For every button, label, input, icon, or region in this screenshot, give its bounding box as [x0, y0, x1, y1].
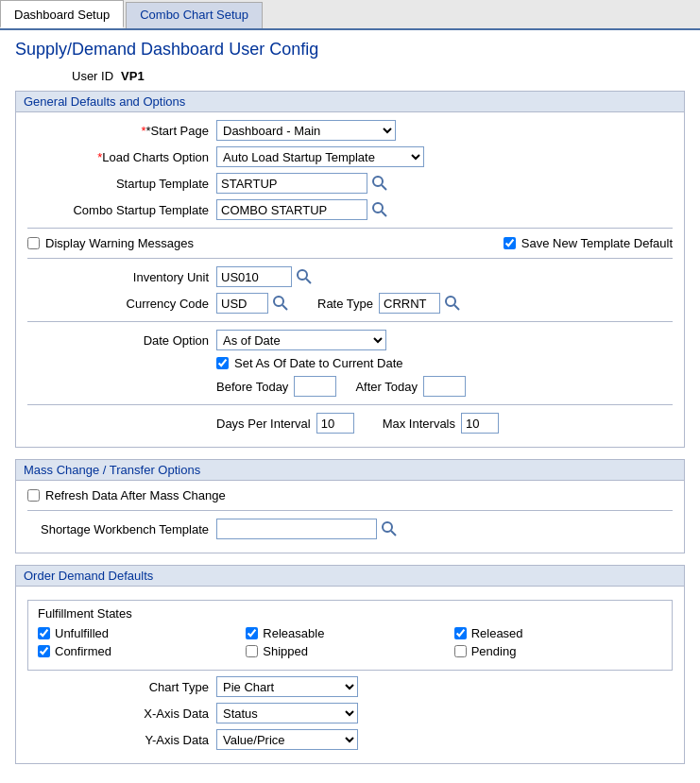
combo-startup-input[interactable]	[216, 199, 367, 220]
fulfillment-states-header: Fulfillment States	[38, 606, 662, 621]
y-axis-label: Y-Axis Data	[27, 733, 216, 747]
save-template-checkbox[interactable]	[504, 237, 516, 249]
before-after-today-row: Before Today After Today	[27, 376, 673, 397]
max-intervals-label: Max Intervals	[383, 417, 455, 431]
chart-type-select[interactable]: Pie Chart Bar Chart Line Chart	[216, 676, 358, 697]
cb-unfulfilled-label: Unfulfilled	[55, 626, 109, 640]
y-axis-select[interactable]: Value/Price Quantity Count	[216, 729, 358, 750]
currency-lookup-icon[interactable]	[272, 295, 289, 312]
after-today-input[interactable]	[423, 376, 466, 397]
max-intervals-input[interactable]	[461, 413, 499, 434]
x-axis-select[interactable]: Status Date Customer	[216, 703, 358, 723]
svg-line-7	[282, 305, 287, 310]
shortage-workbench-input[interactable]	[216, 519, 377, 539]
user-id-row: User ID VP1	[15, 69, 685, 83]
currency-rate-row: Currency Code Rate Type	[27, 293, 673, 314]
inventory-unit-control	[216, 266, 313, 287]
currency-code-label: Currency Code	[27, 297, 216, 311]
load-charts-control: Auto Load Startup Template Manual Load	[216, 146, 424, 167]
tab-bar: Dashboard Setup Combo Chart Setup	[0, 0, 700, 30]
svg-point-10	[383, 522, 392, 532]
svg-line-3	[382, 212, 386, 216]
cb-released-input[interactable]	[454, 627, 467, 639]
save-template-row: Save New Template Default	[504, 236, 673, 250]
tab-combo-chart-setup[interactable]: Combo Chart Setup	[126, 2, 263, 28]
cb-released: Released	[454, 626, 662, 640]
cb-shipped-label: Shipped	[263, 644, 308, 658]
cb-shipped-input[interactable]	[246, 645, 258, 657]
start-page-label: **Start Page	[27, 124, 216, 138]
start-page-control: Dashboard - Main Dashboard - Alt	[216, 120, 396, 141]
before-today-input[interactable]	[294, 376, 336, 397]
fulfillment-states-box: Fulfillment States Unfulfilled Releasabl…	[27, 600, 673, 671]
svg-point-8	[446, 297, 455, 306]
x-axis-row: X-Axis Data Status Date Customer	[27, 703, 673, 723]
chart-type-control: Pie Chart Bar Chart Line Chart	[216, 676, 358, 697]
cb-unfulfilled-input[interactable]	[38, 627, 50, 639]
svg-point-4	[298, 270, 307, 280]
combo-startup-control	[216, 199, 388, 220]
user-id-value: VP1	[121, 69, 145, 83]
rate-type-input[interactable]	[379, 293, 440, 314]
cb-shipped: Shipped	[246, 644, 453, 658]
inventory-unit-label: Inventory Unit	[27, 270, 216, 284]
start-page-row: **Start Page Dashboard - Main Dashboard …	[27, 120, 673, 141]
days-per-interval-label: Days Per Interval	[216, 417, 311, 431]
chart-type-row: Chart Type Pie Chart Bar Chart Line Char…	[27, 676, 673, 697]
cb-released-label: Released	[471, 626, 523, 640]
inventory-unit-lookup-icon[interactable]	[296, 268, 313, 285]
inventory-unit-input[interactable]	[216, 266, 292, 287]
shortage-workbench-row: Shortage Workbench Template	[27, 519, 673, 539]
order-demand-section: Order Demand Defaults Fulfillment States…	[15, 565, 685, 764]
chart-type-label: Chart Type	[27, 680, 216, 694]
max-intervals-group: Max Intervals	[383, 413, 499, 434]
combo-startup-lookup-icon[interactable]	[371, 201, 388, 218]
after-today-group: After Today	[355, 376, 466, 397]
currency-code-input[interactable]	[216, 293, 268, 314]
startup-template-input[interactable]	[216, 173, 367, 194]
y-axis-row: Y-Axis Data Value/Price Quantity Count	[27, 729, 673, 750]
days-per-interval-input[interactable]	[316, 413, 354, 434]
display-warning-row: Display Warning Messages	[27, 236, 194, 250]
cb-unfulfilled: Unfulfilled	[38, 626, 246, 640]
mass-change-body: Refresh Data After Mass Change Shortage …	[16, 481, 684, 553]
svg-line-1	[382, 185, 386, 190]
rate-type-lookup-icon[interactable]	[444, 295, 461, 312]
cb-confirmed-input[interactable]	[38, 645, 50, 657]
fulfillment-checkboxes: Unfulfilled Releasable Released Confirme…	[38, 626, 662, 658]
startup-template-control	[216, 173, 388, 194]
before-today-group: Before Today	[216, 376, 336, 397]
load-charts-select[interactable]: Auto Load Startup Template Manual Load	[216, 146, 424, 167]
date-option-row: Date Option As of Date Current Date Fixe…	[27, 330, 673, 350]
date-option-control: As of Date Current Date Fixed Date	[216, 330, 386, 350]
svg-line-9	[454, 305, 459, 310]
general-section-header: General Defaults and Options	[16, 92, 684, 112]
cb-pending-input[interactable]	[454, 645, 467, 657]
load-charts-row: *Load Charts Option Auto Load Startup Te…	[27, 146, 673, 167]
set-as-of-date-row: Set As Of Date to Current Date	[27, 356, 673, 370]
cb-releasable-input[interactable]	[246, 627, 258, 639]
refresh-data-label: Refresh Data After Mass Change	[45, 488, 226, 502]
order-demand-header: Order Demand Defaults	[16, 566, 684, 587]
after-today-label: After Today	[355, 380, 418, 394]
set-as-of-date-label: Set As Of Date to Current Date	[234, 356, 402, 370]
set-as-of-date-checkbox[interactable]	[216, 357, 229, 369]
display-warning-label: Display Warning Messages	[45, 236, 194, 250]
before-today-label: Before Today	[216, 380, 288, 394]
shortage-workbench-lookup-icon[interactable]	[381, 520, 398, 537]
date-option-select[interactable]: As of Date Current Date Fixed Date	[216, 330, 386, 350]
rate-type-label: Rate Type	[317, 297, 373, 311]
display-warning-checkbox[interactable]	[27, 237, 40, 249]
shortage-workbench-label: Shortage Workbench Template	[27, 522, 216, 536]
load-charts-label: *Load Charts Option	[27, 150, 216, 164]
cb-confirmed: Confirmed	[38, 644, 246, 658]
startup-template-row: Startup Template	[27, 173, 673, 194]
tab-dashboard-setup[interactable]: Dashboard Setup	[0, 0, 124, 28]
start-page-select[interactable]: Dashboard - Main Dashboard - Alt	[216, 120, 396, 141]
mass-change-section: Mass Change / Transfer Options Refresh D…	[15, 459, 685, 553]
cb-pending-label: Pending	[471, 644, 517, 658]
general-section-body: **Start Page Dashboard - Main Dashboard …	[16, 112, 684, 447]
startup-template-lookup-icon[interactable]	[371, 175, 388, 192]
currency-rate-control: Rate Type	[216, 293, 461, 314]
refresh-data-checkbox[interactable]	[27, 489, 40, 502]
